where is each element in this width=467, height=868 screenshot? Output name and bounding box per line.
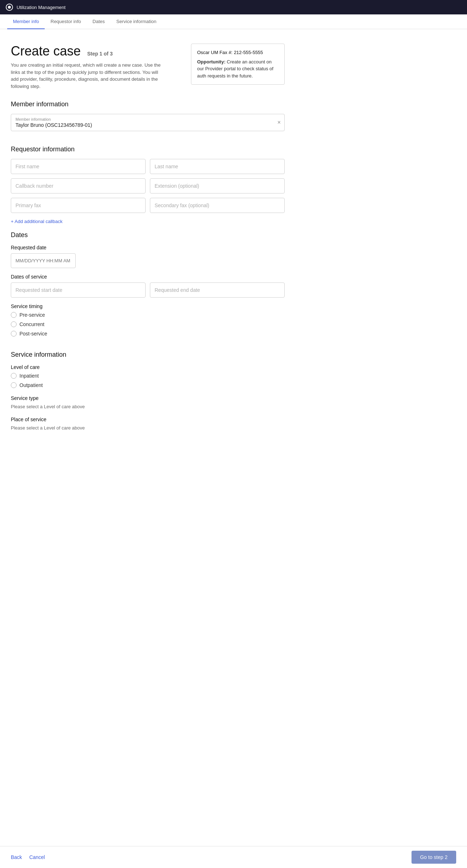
service-type-note: Please select a Level of care above [11,404,285,409]
next-step-button[interactable]: Go to step 2 [412,851,456,864]
post-service-label: Post-service [19,331,47,337]
page-title-area: Create case Step 1 of 3 You are creating… [11,44,162,90]
service-type-label: Service type [11,395,285,401]
page-header: Create case Step 1 of 3 You are creating… [11,44,285,90]
member-information-section: Member information Member information Ta… [11,101,285,131]
radio-outpatient[interactable] [11,382,17,388]
app-logo [6,4,13,11]
radio-pre-service[interactable] [11,312,17,318]
app-title: Utilization Management [17,5,66,10]
inpatient-label: Inpatient [19,373,39,379]
member-clear-icon[interactable]: × [277,119,281,126]
radio-inpatient[interactable] [11,373,17,379]
tab-dates[interactable]: Dates [87,14,111,29]
level-of-care-group: Inpatient Outpatient [11,373,285,388]
callback-row [11,178,285,193]
first-name-input[interactable] [11,159,146,174]
tab-service-information[interactable]: Service information [111,14,162,29]
level-outpatient[interactable]: Outpatient [11,382,285,388]
outpatient-label: Outpatient [19,382,43,388]
service-timing-label: Service timing [11,303,285,309]
place-of-service-label: Place of service [11,417,285,422]
end-date-input[interactable] [150,282,285,298]
requestor-information-heading: Requestor information [11,146,285,153]
tab-requestor-info[interactable]: Requestor info [45,14,87,29]
info-card: Oscar UM Fax #: 212-555-5555 Opportunity… [191,44,285,85]
page-title: Create case Step 1 of 3 [11,44,162,59]
dates-of-service-row [11,282,285,298]
info-card-fax: Oscar UM Fax #: 212-555-5555 [197,49,279,56]
level-of-care-label: Level of care [11,364,285,370]
dates-section: Dates Requested date Dates of service Se… [11,231,285,337]
pre-service-label: Pre-service [19,312,45,318]
member-information-heading: Member information [11,101,285,108]
primary-fax-input[interactable] [11,198,146,213]
main-content: Create case Step 1 of 3 You are creating… [0,29,295,481]
back-button[interactable]: Back [11,851,22,863]
member-information-field[interactable]: Member information Taylor Bruno (OSC1234… [11,114,285,131]
service-information-heading: Service information [11,351,285,359]
fax-row [11,198,285,213]
tab-member-info[interactable]: Member info [7,14,45,29]
requestor-information-section: Requestor information + Add additional c… [11,146,285,224]
last-name-input[interactable] [150,159,285,174]
name-row [11,159,285,174]
service-type-area: Service type Please select a Level of ca… [11,395,285,409]
service-information-section: Service information Level of care Inpati… [11,351,285,431]
place-of-service-area: Place of service Please select a Level o… [11,417,285,431]
bottom-left-actions: Back Cancel [11,851,45,863]
requested-date-input[interactable] [11,253,76,268]
level-inpatient[interactable]: Inpatient [11,373,285,379]
info-card-opportunity: Opportunity: Create an account on our Pr… [197,58,279,80]
requested-date-label: Requested date [11,245,285,250]
add-callback-link[interactable]: + Add additional callback [11,219,62,224]
tab-navigation: Member info Requestor info Dates Service… [0,14,467,29]
service-timing-group: Pre-service Concurrent Post-service [11,312,285,337]
callback-number-input[interactable] [11,178,146,193]
dates-heading: Dates [11,231,285,239]
radio-concurrent[interactable] [11,321,17,327]
bottom-bar: Back Cancel Go to step 2 [0,846,467,868]
service-timing-pre-service[interactable]: Pre-service [11,312,285,318]
step-label: Step 1 of 3 [87,51,113,57]
topbar: Utilization Management [0,0,467,14]
page-description: You are creating an initial request, whi… [11,62,162,90]
dates-of-service-label: Dates of service [11,274,285,280]
member-field-value: Taylor Bruno (OSC123456789-01) [15,122,280,128]
start-date-input[interactable] [11,282,146,298]
service-timing-post-service[interactable]: Post-service [11,331,285,337]
service-timing-concurrent[interactable]: Concurrent [11,321,285,327]
radio-post-service[interactable] [11,331,17,337]
cancel-button[interactable]: Cancel [29,851,45,863]
member-field-label: Member information [15,117,280,121]
secondary-fax-input[interactable] [150,198,285,213]
place-of-service-note: Please select a Level of care above [11,425,285,431]
member-field-wrapper: Member information Taylor Bruno (OSC1234… [11,114,285,131]
concurrent-label: Concurrent [19,321,44,327]
extension-input[interactable] [150,178,285,193]
